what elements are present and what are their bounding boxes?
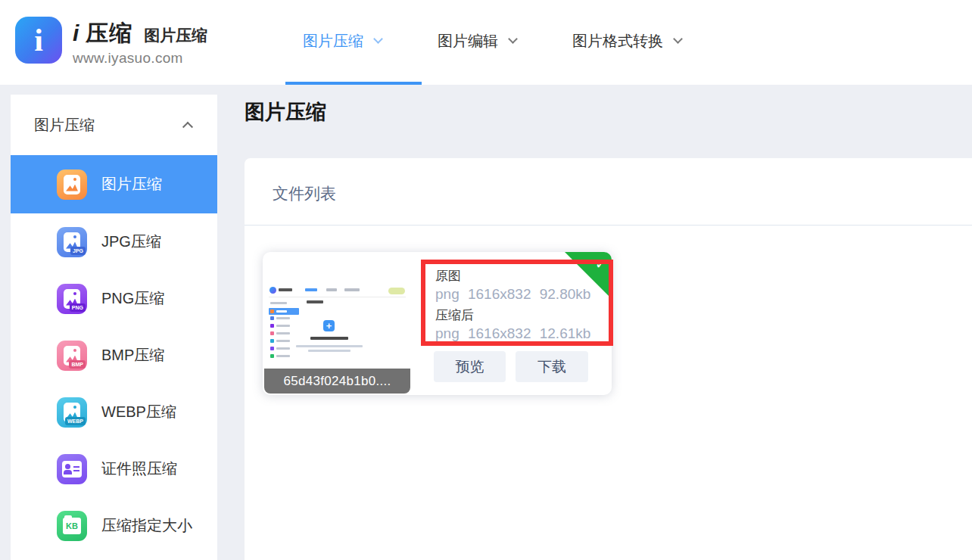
nav-tab-label: 图片格式转换	[572, 31, 663, 51]
size-info-annotation-box: 原图 png 1616x832 92.80kb 压缩后 png 1616x832…	[421, 260, 613, 346]
id-photo-compress-icon	[57, 454, 87, 484]
sidebar-item-id-photo-compress[interactable]: 证件照压缩	[11, 440, 217, 497]
brand-title-prefix: i	[73, 20, 79, 46]
nav-tab-image-compress[interactable]: 图片压缩	[303, 31, 382, 51]
panel-title: 文件列表	[273, 183, 336, 204]
sidebar-group-header[interactable]: 图片压缩	[11, 95, 217, 155]
sidebar-item-label: PNG压缩	[101, 288, 164, 309]
sidebar-item-target-size-compress[interactable]: KB 压缩指定大小	[11, 497, 217, 554]
sidebar-item-label: 压缩指定大小	[101, 515, 192, 536]
active-tab-underline	[285, 82, 422, 85]
png-compress-icon: PNG	[57, 284, 87, 314]
nav-tab-format-convert[interactable]: 图片格式转换	[572, 31, 681, 51]
mini-plus-icon: +	[323, 320, 335, 331]
brand-logo[interactable]: i i 压缩 图片压缩 www.iyasuo.com	[15, 17, 207, 67]
sidebar-item-label: JPG压缩	[101, 232, 161, 252]
sidebar-item-label: 图片压缩	[101, 174, 162, 194]
sidebar-item-png-compress[interactable]: PNG PNG压缩	[11, 270, 217, 327]
app-root: i i 压缩 图片压缩 www.iyasuo.com 图片压缩 图片编辑 图片格…	[0, 0, 972, 560]
mini-button	[388, 288, 405, 294]
brand-logo-icon: i	[15, 17, 62, 64]
chevron-down-icon	[508, 34, 518, 44]
download-button[interactable]: 下载	[516, 351, 588, 382]
nav-tab-image-edit[interactable]: 图片编辑	[438, 31, 516, 51]
brand-url: www.iyasuo.com	[73, 50, 207, 67]
chevron-down-icon	[373, 34, 383, 44]
brand-text: i 压缩 图片压缩 www.iyasuo.com	[73, 17, 207, 67]
brand-subtitle: 图片压缩	[144, 25, 207, 46]
file-name: 65d43f024b1b0....	[264, 369, 410, 394]
file-card: + 65d43f024b1b0.... ✓ 原图 png 1616x832 92…	[263, 252, 612, 395]
bmp-compress-icon: BMP	[57, 341, 87, 371]
chevron-up-icon	[182, 122, 193, 132]
chevron-down-icon	[673, 34, 683, 44]
sidebar-item-label: 证件照压缩	[101, 459, 177, 479]
sidebar-item-label: BMP压缩	[101, 345, 164, 366]
sidebar-item-bmp-compress[interactable]: BMP BMP压缩	[11, 327, 217, 384]
nav-tab-label: 图片压缩	[303, 31, 363, 51]
main-nav: 图片压缩 图片编辑 图片格式转换	[303, 0, 737, 82]
panel-divider	[245, 225, 972, 226]
image-compress-icon	[57, 170, 87, 200]
sidebar-item-webp-compress[interactable]: WEBP WEBP压缩	[11, 384, 217, 440]
file-list-panel: 文件列表	[245, 158, 972, 560]
nav-tab-label: 图片编辑	[438, 31, 498, 51]
sidebar-item-jpg-compress[interactable]: JPG JPG压缩	[11, 213, 217, 270]
compressed-info: png 1616x832 12.61kb	[435, 324, 609, 343]
page-title: 图片压缩	[245, 98, 326, 126]
mini-logo-icon	[269, 287, 276, 294]
sidebar-item-label: WEBP压缩	[101, 402, 176, 422]
thumbnail-preview-art: +	[269, 285, 406, 361]
compressed-label: 压缩后	[435, 307, 609, 324]
file-thumbnail[interactable]: + 65d43f024b1b0....	[264, 254, 410, 394]
webp-compress-icon: WEBP	[57, 397, 87, 428]
preview-button[interactable]: 预览	[434, 351, 506, 382]
sidebar-item-image-compress[interactable]: 图片压缩	[11, 155, 217, 213]
original-label: 原图	[435, 268, 609, 285]
sidebar-group-title: 图片压缩	[34, 115, 95, 135]
jpg-compress-icon: JPG	[57, 227, 87, 257]
header: i i 压缩 图片压缩 www.iyasuo.com 图片压缩 图片编辑 图片格…	[0, 0, 972, 85]
kb-size-compress-icon: KB	[57, 511, 87, 541]
sidebar: 图片压缩 图片压缩 JPG JPG压缩 PNG PNG压缩	[11, 95, 217, 560]
original-info: png 1616x832 92.80kb	[435, 285, 609, 303]
brand-title: 压缩	[86, 18, 132, 49]
